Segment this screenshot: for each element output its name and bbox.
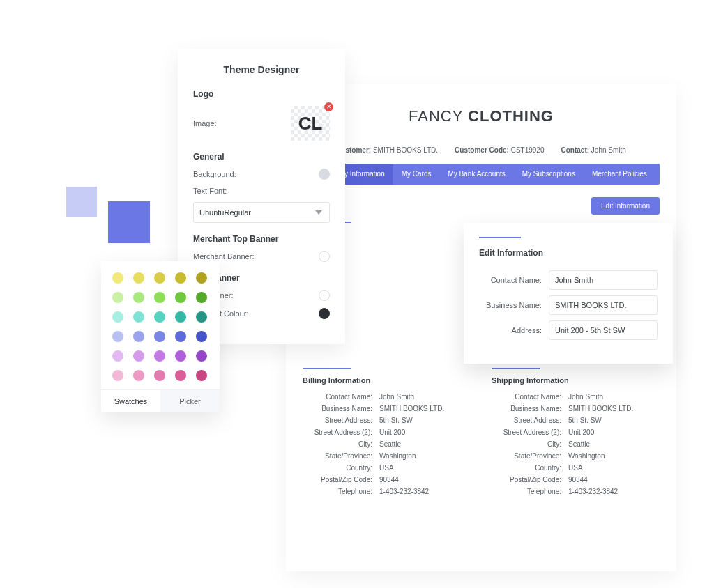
color-swatch[interactable] — [154, 370, 165, 381]
business-name-input[interactable] — [549, 295, 658, 315]
decor-square-dark — [108, 201, 150, 243]
customer-banner-swatch[interactable] — [319, 290, 330, 301]
theme-title: Theme Designer — [193, 64, 330, 75]
color-swatch[interactable] — [154, 350, 165, 362]
color-swatch[interactable] — [133, 292, 144, 303]
banner-font-colour-swatch[interactable] — [319, 308, 330, 319]
picker-tab[interactable]: Picker — [160, 390, 220, 412]
color-swatches-panel: Swatches Picker — [101, 261, 220, 412]
shipping-rule — [492, 368, 540, 369]
color-swatch[interactable] — [175, 272, 186, 284]
color-swatch[interactable] — [133, 311, 144, 323]
color-swatch[interactable] — [133, 370, 144, 381]
tab-my-bank-accounts[interactable]: My Bank Accounts — [440, 164, 514, 185]
logo-heading: Logo — [193, 89, 330, 99]
logo-text: CL — [291, 106, 330, 141]
color-swatch[interactable] — [196, 272, 207, 284]
color-swatch[interactable] — [196, 370, 207, 381]
logo-row: Image: CL ✕ — [193, 106, 330, 141]
background-label: Background: — [193, 170, 236, 178]
contact-name-label: Contact Name: — [479, 276, 549, 284]
nav-bar: ces My Information My Cards My Bank Acco… — [303, 164, 660, 185]
brand-title: FANCY CLOTHING — [303, 107, 660, 125]
merchant-banner-swatch[interactable] — [319, 251, 330, 262]
edit-card-title: Edit Information — [479, 248, 658, 258]
color-swatch[interactable] — [133, 331, 144, 342]
remove-logo-icon[interactable]: ✕ — [324, 102, 333, 111]
color-swatch[interactable] — [196, 311, 207, 323]
color-swatch[interactable] — [196, 331, 207, 342]
color-swatch[interactable] — [175, 350, 186, 362]
image-label: Image: — [193, 119, 217, 127]
color-swatch[interactable] — [112, 370, 123, 381]
color-swatch[interactable] — [154, 292, 165, 303]
edit-card-rule — [479, 237, 521, 238]
color-swatch[interactable] — [196, 292, 207, 303]
color-swatch[interactable] — [175, 311, 186, 323]
edit-information-button[interactable]: Edit Information — [591, 197, 660, 215]
color-swatch[interactable] — [112, 272, 123, 284]
color-swatch[interactable] — [112, 331, 123, 342]
color-swatch[interactable] — [196, 350, 207, 362]
edit-information-card: Edit Information Contact Name: Business … — [464, 223, 673, 364]
shipping-title: Shipping Information — [492, 376, 660, 385]
tab-merchant-policies[interactable]: Merchant Policies — [584, 164, 655, 185]
color-swatch[interactable] — [133, 272, 144, 284]
color-swatch[interactable] — [112, 311, 123, 323]
merchant-banner-label: Merchant Banner: — [193, 252, 254, 261]
swatch-grid — [101, 261, 220, 389]
text-font-select[interactable]: UbuntuRegular — [193, 202, 330, 223]
contact-name-input[interactable] — [549, 270, 658, 290]
brand-bold: CLOTHING — [468, 107, 554, 125]
customer-meta: Customer: SMITH BOOKS LTD. Customer Code… — [303, 146, 660, 154]
shipping-column: Shipping Information Contact Name:John S… — [492, 368, 660, 500]
color-swatch[interactable] — [154, 331, 165, 342]
color-swatch[interactable] — [112, 292, 123, 303]
color-swatch[interactable] — [175, 292, 186, 303]
billing-title: Billing Information — [303, 376, 471, 385]
billing-column: Billing Information Contact Name:John Sm… — [303, 368, 471, 500]
decor-square-light — [66, 187, 97, 217]
business-name-label: Business Name: — [479, 301, 549, 309]
text-font-label: Text Font: — [193, 187, 227, 195]
address-label: Address: — [479, 326, 549, 334]
edit-bar: Edit Information — [303, 197, 660, 215]
address-input[interactable] — [549, 320, 658, 340]
color-swatch[interactable] — [154, 272, 165, 284]
tab-my-cards[interactable]: My Cards — [393, 164, 440, 185]
tab-my-subscriptions[interactable]: My Subscriptions — [514, 164, 584, 185]
swatches-tab[interactable]: Swatches — [101, 390, 160, 412]
address-columns: Billing Information Contact Name:John Sm… — [303, 368, 660, 500]
color-swatch[interactable] — [154, 311, 165, 323]
color-swatch[interactable] — [133, 350, 144, 362]
background-swatch[interactable] — [319, 169, 330, 180]
color-swatch[interactable] — [112, 350, 123, 362]
general-heading: General — [193, 152, 330, 162]
swatch-tabs: Swatches Picker — [101, 389, 220, 412]
brand-thin: FANCY — [409, 107, 468, 125]
billing-rule — [303, 368, 351, 369]
logo-preview[interactable]: CL ✕ — [291, 106, 330, 141]
merchant-banner-heading: Merchant Top Banner — [193, 234, 330, 244]
color-swatch[interactable] — [175, 370, 186, 381]
color-swatch[interactable] — [175, 331, 186, 342]
